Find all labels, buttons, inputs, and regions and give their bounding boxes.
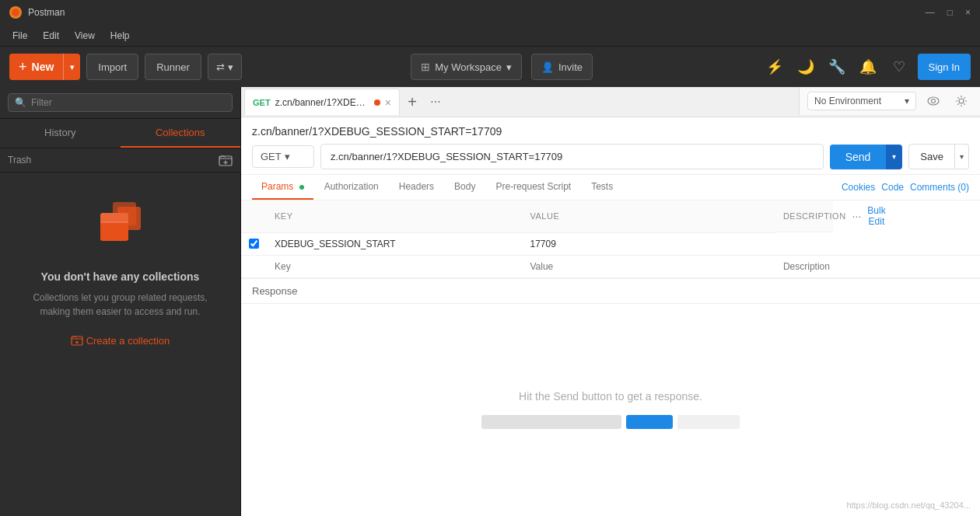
method-select[interactable]: GET ▾: [252, 145, 314, 168]
sidebar-actions: Trash: [0, 148, 240, 173]
new-dropdown-arrow[interactable]: ▾: [63, 54, 80, 80]
code-link[interactable]: Code: [881, 182, 904, 193]
save-btn-group: Save ▾: [908, 144, 969, 169]
tab-name: z.cn/banner/1?XDEBUG_SESSION...: [275, 97, 369, 108]
menu-file[interactable]: File: [6, 29, 33, 43]
create-collection-icon: [71, 334, 83, 347]
env-selector[interactable]: No Environment ▾: [807, 92, 916, 110]
tab-collections[interactable]: Collections: [121, 119, 241, 148]
runner-button[interactable]: Runner: [145, 54, 201, 80]
empty-key-input[interactable]: [275, 261, 514, 272]
req-tab-params[interactable]: Params: [252, 175, 313, 200]
env-settings-button[interactable]: [950, 90, 972, 112]
toolbar-left: + New ▾ Import Runner ⇄ ▾: [9, 54, 242, 80]
create-collection-button[interactable]: Create a collection: [71, 334, 170, 347]
th-check: [241, 200, 267, 232]
invite-button[interactable]: 👤 Invite: [531, 54, 593, 80]
moon-icon-btn[interactable]: 🌙: [793, 54, 818, 79]
req-tab-body[interactable]: Body: [445, 175, 485, 200]
send-button[interactable]: Send: [830, 145, 887, 169]
tab-unsaved-dot: [374, 99, 380, 106]
response-bar-light: [677, 415, 740, 429]
request-tabs: Params Authorization Headers Body Pre-re…: [241, 175, 980, 200]
th-value: VALUE: [522, 200, 775, 232]
empty-value-input[interactable]: [530, 261, 767, 272]
request-area: z.cn/banner/1?XDEBUG_SESSION_START=17709…: [241, 117, 980, 175]
save-button[interactable]: Save: [908, 144, 955, 169]
maximize-btn[interactable]: □: [947, 7, 953, 18]
minimize-btn[interactable]: —: [926, 7, 935, 18]
param-checkbox[interactable]: [249, 239, 259, 249]
tab-history[interactable]: History: [0, 119, 121, 148]
main-layout: 🔍 History Collections Trash: [0, 87, 980, 516]
invite-label: Invite: [558, 61, 583, 73]
req-tab-tests[interactable]: Tests: [582, 175, 622, 200]
param-check-cell: [241, 232, 267, 255]
env-bar: No Environment ▾: [799, 87, 980, 115]
bell-icon-btn[interactable]: 🔔: [856, 54, 880, 79]
menubar: File Edit View Help: [0, 25, 980, 47]
response-bar-gray: [481, 415, 621, 429]
svg-point-12: [928, 97, 939, 105]
close-btn[interactable]: ×: [965, 7, 971, 18]
req-tab-prerequest[interactable]: Pre-request Script: [486, 175, 580, 200]
request-tab-0[interactable]: GET z.cn/banner/1?XDEBUG_SESSION... ×: [244, 89, 400, 115]
add-folder-button[interactable]: [219, 153, 233, 167]
wrench-icon-btn[interactable]: 🔧: [824, 54, 849, 79]
toolbar-center: ⊞ My Workspace ▾ 👤 Invite: [411, 54, 593, 80]
heart-icon-btn[interactable]: ♡: [887, 54, 912, 79]
tab-method: GET: [253, 98, 271, 107]
workspace-arrow-icon: ▾: [506, 61, 512, 73]
comments-link[interactable]: Comments (0): [910, 182, 969, 193]
svg-point-0: [12, 9, 19, 16]
empty-desc-input[interactable]: [783, 261, 972, 272]
empty-title: You don't have any collections: [41, 270, 200, 283]
new-label: New: [32, 61, 54, 73]
param-desc-cell: [775, 232, 980, 255]
cookies-link[interactable]: Cookies: [842, 182, 875, 193]
th-key: KEY: [267, 200, 522, 232]
toolbar: + New ▾ Import Runner ⇄ ▾ ⊞ My Workspace…: [0, 47, 980, 87]
response-label: Response: [241, 279, 980, 304]
req-tab-headers[interactable]: Headers: [390, 175, 443, 200]
url-input[interactable]: [320, 144, 824, 169]
satellite-icon-btn[interactable]: ⚡: [762, 54, 787, 79]
tab-add-button[interactable]: +: [401, 91, 423, 113]
trash-button[interactable]: Trash: [8, 155, 31, 166]
params-active-dot: [299, 185, 304, 190]
menu-edit[interactable]: Edit: [37, 29, 65, 43]
titlebar: Postman — □ ×: [0, 0, 980, 25]
empty-desc: Collections let you group related reques…: [33, 291, 207, 319]
svg-rect-7: [100, 213, 128, 222]
search-icon: 🔍: [15, 97, 26, 108]
tab-close-icon[interactable]: ×: [385, 96, 391, 109]
workspace-label: My Workspace: [435, 61, 502, 73]
window-controls[interactable]: — □ ×: [926, 7, 971, 18]
search-input[interactable]: [31, 97, 226, 108]
collections-empty: You don't have any collections Collectio…: [0, 173, 240, 516]
menu-help[interactable]: Help: [104, 29, 136, 43]
env-eye-button[interactable]: [922, 90, 944, 112]
method-label: GET: [261, 151, 282, 162]
watermark: https://blog.csdn.net/qq_43204...: [846, 500, 971, 510]
req-tab-authorization[interactable]: Authorization: [315, 175, 388, 200]
th-more-button[interactable]: ···: [852, 210, 862, 222]
workspace-button[interactable]: ⊞ My Workspace ▾: [411, 54, 522, 80]
save-dropdown-button[interactable]: ▾: [955, 144, 969, 169]
add-folder-icon: [219, 153, 233, 167]
tab-more-button[interactable]: ···: [425, 91, 446, 113]
bulk-edit-button[interactable]: Bulk Edit: [867, 205, 885, 227]
import-button[interactable]: Import: [86, 54, 138, 80]
send-dropdown-button[interactable]: ▾: [886, 145, 902, 169]
menu-view[interactable]: View: [68, 29, 101, 43]
tab-bar: GET z.cn/banner/1?XDEBUG_SESSION... × + …: [241, 87, 799, 117]
sign-in-button[interactable]: Sign In: [918, 54, 971, 80]
new-plus-icon: +: [19, 59, 27, 75]
titlebar-left: Postman: [9, 6, 65, 19]
interceptor-button[interactable]: ⇄ ▾: [208, 54, 242, 80]
response-hint: Hit the Send button to get a response.: [519, 390, 702, 403]
invite-icon: 👤: [541, 61, 554, 73]
params-table: KEY VALUE DESCRIPTION ··· Bulk Edit: [241, 200, 980, 278]
new-button[interactable]: + New ▾: [9, 54, 80, 80]
request-title: z.cn/banner/1?XDEBUG_SESSION_START=17709: [252, 125, 969, 138]
